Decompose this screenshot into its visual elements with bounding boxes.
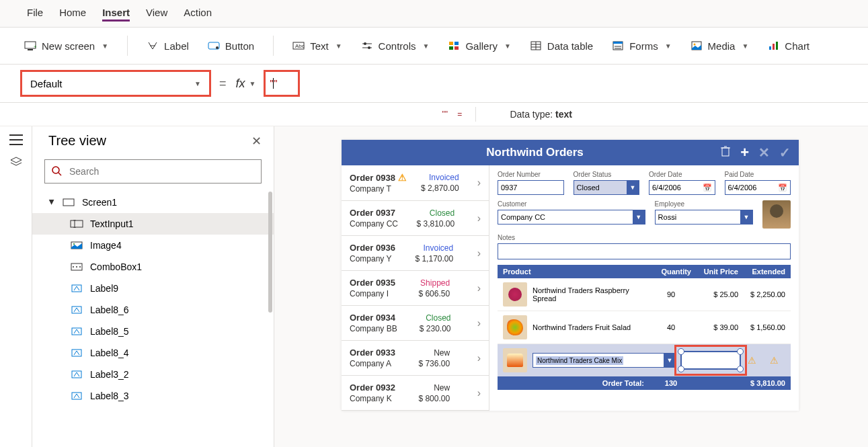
tree-item-screen1[interactable]: ▶ Screen1 [32, 192, 274, 213]
plus-icon[interactable]: + [740, 144, 749, 161]
paid-date-field[interactable]: 6/4/2006📅 [725, 180, 791, 195]
formula-input[interactable]: "" [265, 71, 299, 95]
svg-point-41 [79, 266, 81, 268]
order-row[interactable]: Order 0938 ⚠Company TInvoiced$ 2,870.00› [342, 165, 489, 201]
tree-search[interactable] [44, 159, 262, 184]
product-image [503, 315, 527, 339]
tree-item-textinput1[interactable]: TextInput1 [32, 213, 274, 235]
ribbon-gallery[interactable]: Gallery▼ [448, 40, 510, 52]
ribbon: + New screen▼ Label Button Abc Text▼ Con… [0, 27, 868, 65]
employee-avatar [762, 200, 791, 229]
order-row[interactable]: Order 0934Company BBClosed$ 230.00› [342, 306, 489, 341]
svg-line-30 [58, 173, 61, 175]
check-icon[interactable]: ✓ [779, 145, 791, 161]
employee-field[interactable]: Rossi▼ [655, 210, 753, 225]
button-icon [208, 40, 220, 52]
app-title: Northwind Orders [350, 146, 720, 159]
svg-rect-27 [773, 44, 775, 50]
ribbon-new-screen[interactable]: + New screen▼ [24, 40, 108, 52]
customer-field[interactable]: Company CC▼ [498, 210, 645, 225]
order-status-field[interactable]: Closed▼ [574, 180, 640, 195]
ribbon-button[interactable]: Button [208, 40, 254, 52]
caret-icon: ▶ [48, 199, 56, 206]
quantity-textinput-selected[interactable] [680, 351, 741, 370]
svg-point-39 [73, 266, 74, 268]
svg-rect-14 [449, 46, 453, 50]
menu-file[interactable]: File [27, 5, 43, 22]
ribbon-text[interactable]: Abc Text▼ [292, 40, 342, 52]
chart-icon [767, 40, 779, 52]
cancel-icon[interactable]: ✕ [758, 145, 770, 161]
tree-item-label8-6[interactable]: Label8_6 [32, 299, 274, 321]
order-row[interactable]: Order 0932Company KNew$ 800.00› [342, 376, 489, 411]
property-selector[interactable]: Default ▼ [22, 71, 210, 95]
search-input[interactable] [69, 166, 254, 177]
canvas: Northwind Orders + ✕ ✓ Order 0938 ⚠Compa… [274, 126, 868, 447]
order-number-field[interactable]: 0937 [498, 180, 564, 195]
order-row[interactable]: Order 0937Company CCClosed$ 3,810.00› [342, 201, 489, 236]
layers-icon[interactable] [9, 156, 23, 171]
tree-title: Tree view [48, 133, 106, 149]
tree-item-image4[interactable]: Image4 [32, 235, 274, 256]
data-type-label: Data type: text [496, 109, 572, 120]
trash-icon[interactable] [720, 145, 731, 161]
warning-icon: ⚠ [398, 172, 407, 183]
product-row[interactable]: Northwind Traders Raspberry Spread90$ 25… [498, 278, 791, 311]
product-edit-row: Northwind Traders Cake Mix▼ ⚠ ⚠ [498, 344, 791, 376]
chevron-right-icon: › [477, 317, 481, 329]
product-combo[interactable]: Northwind Traders Cake Mix▼ [532, 353, 676, 368]
ribbon-label[interactable]: Label [147, 40, 189, 52]
menu-insert[interactable]: Insert [102, 5, 130, 22]
ribbon-media[interactable]: Media▼ [691, 40, 749, 52]
result-preview: "" = [428, 107, 476, 122]
order-row[interactable]: Order 0935Company IShipped$ 606.50› [342, 271, 489, 306]
tree-item-combobox1[interactable]: ComboBox1 [32, 256, 274, 278]
tree-item-label8-5[interactable]: Label8_5 [32, 321, 274, 342]
svg-point-5 [216, 46, 219, 49]
close-icon[interactable]: ✕ [251, 134, 262, 149]
chevron-right-icon: › [477, 177, 481, 189]
svg-rect-32 [71, 220, 83, 227]
equals-sign: = [219, 77, 227, 91]
ribbon-chart[interactable]: Chart [767, 40, 810, 52]
label-icon [70, 326, 83, 337]
formula-bar: Default ▼ = fx▼ "" [0, 65, 868, 103]
product-row[interactable]: Northwind Traders Fruit Salad40$ 39.00$ … [498, 311, 791, 344]
order-row[interactable]: Order 0936Company YInvoiced$ 1,170.00› [342, 236, 489, 271]
hamburger-icon[interactable] [9, 134, 23, 145]
chevron-right-icon: › [477, 212, 481, 225]
menu-view[interactable]: View [146, 5, 167, 22]
chevron-down-icon: ▼ [194, 80, 201, 87]
text-icon: Abc [292, 40, 305, 52]
svg-rect-26 [769, 46, 771, 50]
svg-rect-1 [28, 49, 33, 50]
tree-item-label8-3[interactable]: Label8_3 [32, 385, 274, 407]
notes-field[interactable] [498, 243, 791, 259]
order-detail: Order Number0937 Order StatusClosed▼ Ord… [489, 165, 799, 411]
order-date-field[interactable]: 6/4/2006📅 [649, 180, 715, 195]
ribbon-controls[interactable]: Controls▼ [361, 40, 430, 52]
tree-item-label9[interactable]: Label9 [32, 278, 274, 299]
menu-home[interactable]: Home [59, 5, 86, 22]
order-row[interactable]: Order 0933Company ANew$ 736.00› [342, 341, 489, 376]
svg-rect-28 [776, 42, 778, 50]
scrollbar[interactable] [268, 192, 272, 313]
svg-rect-21 [613, 42, 623, 44]
menu-action[interactable]: Action [184, 5, 212, 22]
label-icon [147, 40, 159, 52]
svg-rect-13 [455, 42, 459, 45]
controls-icon [361, 40, 373, 52]
fx-button[interactable]: fx▼ [236, 77, 256, 91]
order-total-label: Order Total: [503, 379, 651, 387]
tree-item-label8-4[interactable]: Label8_4 [32, 342, 274, 364]
menu-bar: File Home Insert View Action [0, 0, 868, 27]
ribbon-data-table[interactable]: Data table [530, 40, 593, 52]
tree-list: ▶ Screen1 TextInput1 Image4 ComboBox1 La… [32, 192, 274, 447]
svg-point-37 [73, 243, 75, 245]
order-list: Order 0938 ⚠Company TInvoiced$ 2,870.00›… [342, 165, 489, 411]
ribbon-forms[interactable]: Forms▼ [612, 40, 671, 52]
image-icon [70, 240, 83, 251]
label-icon [70, 391, 83, 401]
tree-item-label3-2[interactable]: Label3_2 [32, 364, 274, 385]
textinput-icon [70, 218, 83, 229]
